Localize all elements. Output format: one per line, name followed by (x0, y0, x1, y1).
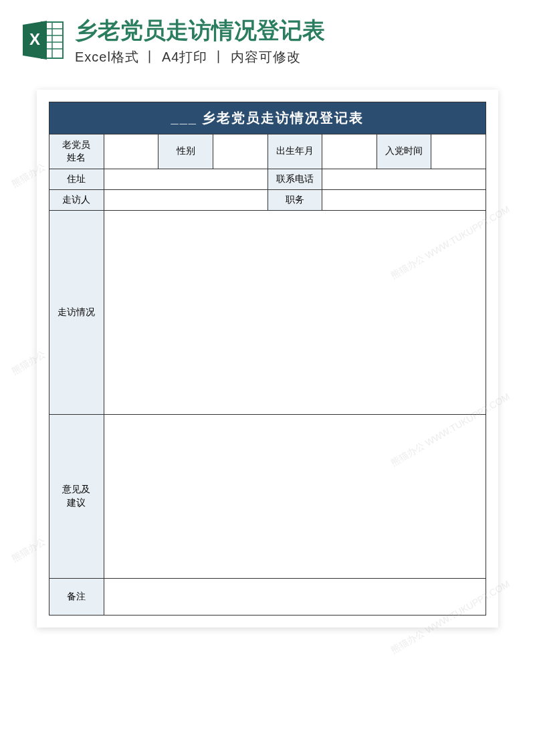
value-suggestions[interactable] (104, 414, 486, 578)
label-visit-details: 走访情况 (49, 210, 104, 414)
value-remarks[interactable] (104, 578, 486, 615)
watermark: 熊猫办公 (9, 536, 47, 565)
excel-icon: X (20, 17, 67, 64)
table-title-text: 乡老党员走访情况登记表 (202, 110, 364, 125)
label-gender: 性别 (158, 134, 213, 169)
page-header: X 乡老党员走访情况登记表 Excel格式 丨 A4打印 丨 内容可修改 (0, 0, 535, 76)
value-join-date[interactable] (431, 134, 486, 169)
watermark: 熊猫办公 (9, 161, 47, 191)
watermark: 熊猫办公 (9, 349, 47, 378)
page-subtitle: Excel格式 丨 A4打印 丨 内容可修改 (75, 48, 515, 66)
label-suggestions: 意见及 建议 (49, 414, 104, 578)
value-gender[interactable] (213, 134, 268, 169)
svg-text:X: X (29, 30, 40, 48)
row-address: 住址 联系电话 (49, 169, 486, 189)
table-title-prefix: ___ (171, 110, 197, 125)
row-remarks: 备注 (49, 578, 486, 615)
table-title-cell: ___ 乡老党员走访情况登记表 (49, 102, 486, 134)
value-address[interactable] (104, 169, 268, 189)
label-position: 职务 (268, 189, 322, 210)
row-visit-details: 走访情况 (49, 210, 486, 414)
page-title: 乡老党员走访情况登记表 (75, 17, 515, 44)
registration-form-table: ___ 乡老党员走访情况登记表 老党员 姓名 性别 出生年月 入党时间 住址 联… (49, 102, 486, 616)
value-name[interactable] (104, 134, 158, 169)
table-title-row: ___ 乡老党员走访情况登记表 (49, 102, 486, 134)
label-visitor: 走访人 (49, 189, 104, 210)
header-text-block: 乡老党员走访情况登记表 Excel格式 丨 A4打印 丨 内容可修改 (75, 17, 515, 66)
label-address: 住址 (49, 169, 104, 189)
row-basic-info: 老党员 姓名 性别 出生年月 入党时间 (49, 134, 486, 169)
value-visit-details[interactable] (104, 210, 486, 414)
row-suggestions: 意见及 建议 (49, 414, 486, 578)
label-join-date: 入党时间 (377, 134, 431, 169)
label-birth-date: 出生年月 (268, 134, 322, 169)
value-visitor[interactable] (104, 189, 268, 210)
label-remarks: 备注 (49, 578, 104, 615)
value-phone[interactable] (322, 169, 486, 189)
label-name: 老党员 姓名 (49, 134, 104, 169)
document-preview: 熊猫办公 熊猫办公 WWW.TUKUPPT.COM 熊猫办公 熊猫办公 WWW.… (37, 90, 498, 628)
value-birth-date[interactable] (322, 134, 377, 169)
label-phone: 联系电话 (268, 169, 322, 189)
row-visitor: 走访人 职务 (49, 189, 486, 210)
value-position[interactable] (322, 189, 486, 210)
